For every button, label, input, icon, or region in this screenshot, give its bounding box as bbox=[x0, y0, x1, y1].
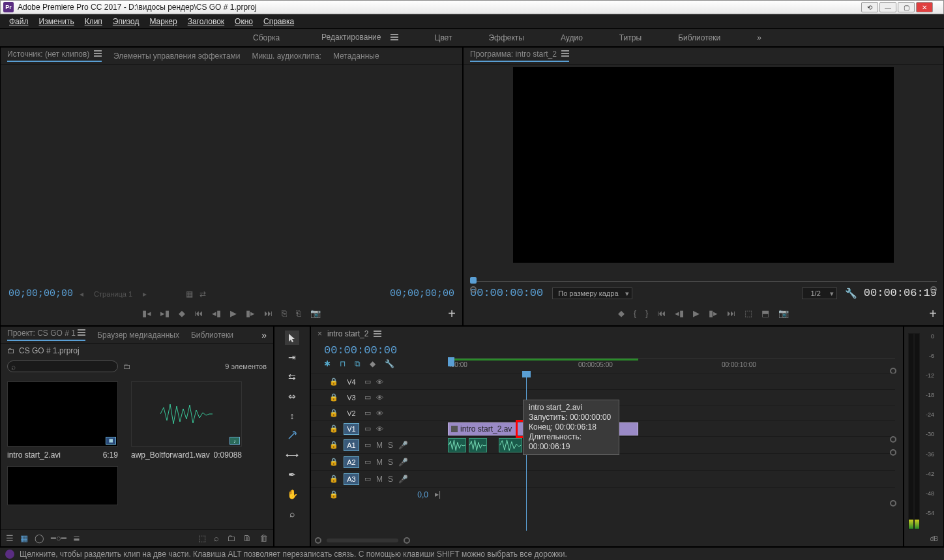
edge-button[interactable] bbox=[934, 2, 941, 12]
lock-icon[interactable]: 🔒 bbox=[329, 409, 338, 417]
arrows-icon[interactable]: ⇄ bbox=[199, 289, 206, 299]
step-back-icon[interactable]: ◂▮ bbox=[675, 308, 684, 318]
marker2-icon[interactable]: ◆ bbox=[370, 359, 376, 368]
tab-audio-mixer[interactable]: Микш. аудиоклипа: bbox=[252, 52, 321, 61]
audio-clip[interactable] bbox=[499, 438, 522, 452]
menu-marker[interactable]: Маркер bbox=[144, 16, 182, 27]
maximize-button[interactable]: ▢ bbox=[898, 2, 915, 12]
menu-sequence[interactable]: Эпизод bbox=[108, 16, 145, 27]
selection-tool[interactable] bbox=[285, 331, 299, 345]
h-zoom-right[interactable] bbox=[404, 537, 410, 544]
mic-icon[interactable]: 🎤 bbox=[398, 441, 408, 450]
sync-icon[interactable]: ▭ bbox=[364, 475, 371, 483]
go-out-icon[interactable]: ⏭ bbox=[264, 308, 273, 318]
program-video[interactable] bbox=[513, 67, 894, 263]
solo-icon[interactable]: S bbox=[388, 441, 393, 450]
playhead-icon[interactable] bbox=[448, 357, 454, 366]
hamburger-icon[interactable] bbox=[78, 329, 85, 336]
track-v4[interactable]: V4 bbox=[344, 377, 359, 387]
timeline-tc[interactable]: 00:00:00:00 bbox=[324, 344, 397, 357]
sort-icon[interactable]: ≣ bbox=[73, 533, 80, 543]
program-ruler[interactable] bbox=[470, 277, 937, 285]
find-icon[interactable]: ⌕ bbox=[214, 533, 219, 543]
go-in-icon[interactable]: ⏮ bbox=[194, 308, 203, 318]
freeform-icon[interactable]: ◯ bbox=[35, 533, 44, 543]
wrench-icon[interactable]: 🔧 bbox=[845, 287, 857, 299]
magnet-icon[interactable]: ⊓ bbox=[340, 359, 346, 368]
hand-tool[interactable]: ✋ bbox=[285, 487, 299, 501]
tab-media-browser[interactable]: Браузер медиаданных bbox=[97, 331, 179, 340]
rate-stretch-tool[interactable]: ↕ bbox=[285, 409, 299, 423]
export-frame-icon[interactable]: 📷 bbox=[310, 308, 321, 318]
source-tc-right[interactable]: 00;00;00;00 bbox=[390, 288, 454, 299]
prev-page-icon[interactable]: ◂ bbox=[80, 289, 83, 299]
mark-out-icon[interactable]: ▸▮ bbox=[160, 308, 170, 318]
track-v1[interactable]: V1 bbox=[344, 423, 359, 435]
eye-icon[interactable]: 👁 bbox=[376, 378, 383, 386]
goto-end-icon[interactable]: ▸| bbox=[435, 490, 441, 499]
hamburger-icon[interactable] bbox=[561, 50, 569, 57]
lock-icon[interactable]: 🔒 bbox=[329, 458, 338, 466]
menu-window[interactable]: Окно bbox=[229, 16, 258, 27]
overwrite-icon[interactable]: ⎗ bbox=[296, 308, 301, 318]
tab-program[interactable]: Программа: intro start_2 bbox=[470, 50, 569, 62]
program-playhead[interactable] bbox=[470, 277, 477, 284]
zoom-handle-right[interactable] bbox=[930, 286, 937, 293]
menu-edit[interactable]: Изменить bbox=[34, 16, 80, 27]
ripple-tool[interactable]: ⇆ bbox=[285, 370, 299, 384]
sync-icon[interactable]: ▭ bbox=[364, 424, 371, 433]
step-fwd-icon[interactable]: ▮▸ bbox=[246, 308, 255, 318]
bin-icon[interactable]: 🗀 bbox=[7, 346, 15, 355]
new-item-icon[interactable]: 🗎 bbox=[243, 533, 252, 543]
mic-icon[interactable]: 🎤 bbox=[398, 475, 408, 484]
play-icon[interactable]: ▶ bbox=[693, 308, 700, 318]
grid-icon[interactable]: ▦ bbox=[186, 289, 193, 299]
slip-tool[interactable]: ⟷ bbox=[285, 448, 299, 462]
mark-in-icon[interactable]: { bbox=[634, 308, 636, 318]
tab-project[interactable]: Проект: CS GO # 1 bbox=[7, 329, 85, 341]
ws-assembly[interactable]: Сборка bbox=[248, 31, 285, 45]
list-view-icon[interactable]: ☰ bbox=[6, 533, 14, 543]
zoom-handle-left[interactable] bbox=[470, 286, 477, 293]
track-a3[interactable]: A3 bbox=[344, 473, 359, 485]
step-back-icon[interactable]: ◂▮ bbox=[212, 308, 221, 318]
ws-color[interactable]: Цвет bbox=[430, 31, 458, 45]
ws-libraries[interactable]: Библиотеки bbox=[673, 31, 726, 45]
menu-clip[interactable]: Клип bbox=[80, 16, 108, 27]
new-bin-icon[interactable]: 🗀 bbox=[227, 533, 235, 543]
step-fwd-icon[interactable]: ▮▸ bbox=[709, 308, 718, 318]
export-frame-icon[interactable]: 📷 bbox=[778, 308, 789, 318]
thumb-item[interactable]: ▦ intro start_2.avi6:19 bbox=[7, 381, 118, 460]
close-seq-icon[interactable]: × bbox=[317, 329, 322, 338]
zoom-tool[interactable]: ⌕ bbox=[285, 507, 299, 521]
mark-in-icon[interactable]: ▮◂ bbox=[142, 308, 151, 318]
link-icon[interactable]: ⧉ bbox=[355, 359, 361, 368]
ws-audio[interactable]: Аудио bbox=[555, 31, 588, 45]
h-zoom-left[interactable] bbox=[315, 537, 321, 544]
rolling-tool[interactable]: ⇔ bbox=[285, 389, 299, 404]
lock-icon[interactable]: 🔒 bbox=[329, 424, 338, 433]
pen-tool[interactable]: ✒ bbox=[285, 467, 299, 482]
marker-icon[interactable]: ◆ bbox=[618, 308, 625, 318]
minimize-button[interactable]: — bbox=[879, 2, 896, 12]
lock-icon[interactable]: 🔒 bbox=[329, 377, 338, 386]
snap-icon[interactable]: ✱ bbox=[324, 359, 331, 368]
thumb-item[interactable]: ♪ awp_Boltforward1.wav0:09088 bbox=[131, 381, 242, 460]
close-button[interactable]: ✕ bbox=[916, 2, 933, 12]
mark-out-icon[interactable]: } bbox=[645, 308, 648, 318]
v-scroll-handle[interactable] bbox=[890, 500, 896, 507]
eye-icon[interactable]: 👁 bbox=[376, 409, 383, 417]
lock-icon[interactable]: 🔒 bbox=[329, 475, 338, 483]
ws-titles[interactable]: Титры bbox=[614, 31, 647, 45]
zoom-slider[interactable]: ━○━ bbox=[51, 533, 66, 543]
thumb-item[interactable] bbox=[7, 466, 118, 505]
v-scroll-handle[interactable] bbox=[890, 449, 896, 456]
res-select[interactable]: 1/2 bbox=[802, 287, 836, 299]
timeline-ruler[interactable]: :00:00 00:00:05:00 00:00:10:00 bbox=[448, 358, 895, 371]
add-button-icon[interactable]: + bbox=[448, 306, 456, 321]
trash-icon[interactable]: 🗑 bbox=[259, 533, 268, 543]
source-tc-left[interactable]: 00;00;00;00 bbox=[8, 288, 73, 299]
track-a2[interactable]: A2 bbox=[344, 456, 359, 468]
razor-tool[interactable] bbox=[285, 428, 299, 443]
lock-icon[interactable]: 🔒 bbox=[329, 490, 338, 499]
